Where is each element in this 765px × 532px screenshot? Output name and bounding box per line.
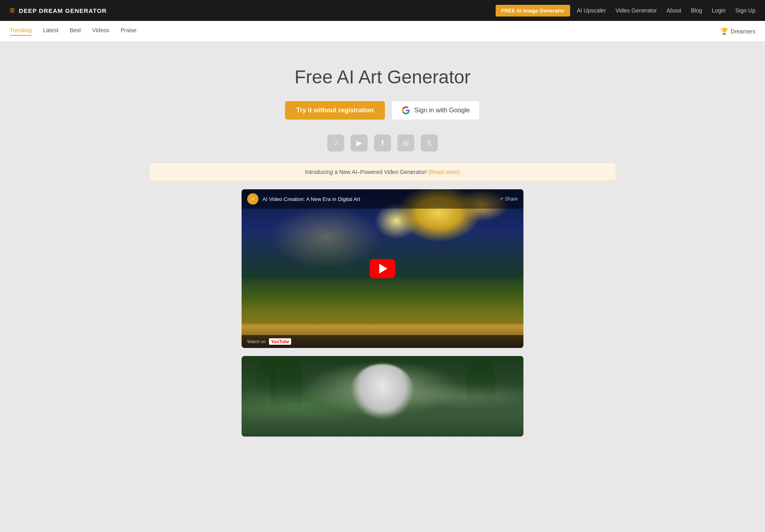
hero-title: Free AI Art Generator	[149, 66, 616, 88]
facebook-icon[interactable]: f	[374, 135, 391, 151]
logo-icon: ≡	[10, 6, 15, 15]
google-signin-button[interactable]: Sign in with Google	[391, 101, 480, 120]
trending-tab[interactable]: Trending	[10, 27, 32, 36]
twitter-icon[interactable]: 𝕏	[421, 135, 438, 151]
dreamers-label: Dreamers	[731, 28, 755, 35]
bottom-gallery-image	[242, 356, 523, 437]
main-content: Free AI Art Generator Try it without reg…	[141, 42, 624, 449]
social-icons: ♪ ▶ f ◎ 𝕏	[149, 135, 616, 151]
try-without-registration-button[interactable]: Try it without registration	[285, 101, 385, 120]
video-wrapper: ≡ AI Video Creation: A New Era in Digita…	[242, 189, 523, 348]
youtube-icon[interactable]: ▶	[351, 135, 368, 151]
dreamers-button[interactable]: 🏆 Dreamers	[720, 27, 755, 35]
watch-on-text: Watch on	[247, 339, 266, 344]
video-title: AI Video Creation: A New Era in Digital …	[263, 196, 360, 202]
info-banner: Introducing a New AI–Powered Video Gener…	[149, 163, 616, 181]
blog-link[interactable]: Blog	[691, 7, 702, 14]
video-logo-small: ≡	[247, 193, 258, 205]
instagram-icon[interactable]: ◎	[397, 135, 414, 151]
google-logo-icon	[401, 106, 410, 115]
top-navigation: ≡ DEEP DREAM GENERATOR FREE AI Image Gen…	[0, 0, 765, 21]
video-container: ≡ AI Video Creation: A New Era in Digita…	[242, 189, 523, 348]
logo-area: ≡ DEEP DREAM GENERATOR	[10, 6, 489, 15]
play-button[interactable]	[370, 259, 395, 278]
signup-link[interactable]: Sign Up	[735, 7, 755, 14]
trophy-icon: 🏆	[720, 27, 728, 35]
hero-section: Free AI Art Generator Try it without reg…	[149, 58, 616, 449]
best-tab[interactable]: Best	[70, 27, 81, 36]
ai-upscaler-link[interactable]: AI Upscaler	[577, 7, 606, 14]
bottom-image-creature	[350, 364, 415, 420]
youtube-logo: YouTube	[269, 338, 291, 345]
login-link[interactable]: Login	[712, 7, 726, 14]
video-header-bar: ≡ AI Video Creation: A New Era in Digita…	[242, 189, 523, 209]
free-ai-button[interactable]: FREE AI Image Generator	[496, 5, 571, 17]
read-more-link[interactable]: (Read more)	[428, 169, 460, 175]
sub-nav-links: Trending Latest Best Videos Praise	[10, 27, 720, 36]
info-banner-text: Introducing a New AI–Powered Video Gener…	[305, 169, 427, 175]
hero-buttons: Try it without registration Sign in with…	[149, 101, 616, 120]
top-nav-links: AI Upscaler Video Generator About Blog L…	[577, 7, 755, 14]
play-icon	[379, 264, 387, 273]
sub-navigation: Trending Latest Best Videos Praise 🏆 Dre…	[0, 21, 765, 42]
latest-tab[interactable]: Latest	[43, 27, 58, 36]
about-link[interactable]: About	[666, 7, 681, 14]
videos-tab[interactable]: Videos	[92, 27, 110, 36]
share-button[interactable]: ↗ Share	[499, 196, 518, 202]
google-signin-label: Sign in with Google	[414, 107, 470, 114]
praise-tab[interactable]: Praise	[120, 27, 136, 36]
share-label: Share	[505, 196, 518, 202]
video-footer-bar: Watch on YouTube	[242, 335, 523, 348]
video-generator-link[interactable]: Video Generator	[616, 7, 657, 14]
tiktok-icon[interactable]: ♪	[327, 135, 344, 151]
logo-text: DEEP DREAM GENERATOR	[19, 7, 107, 14]
